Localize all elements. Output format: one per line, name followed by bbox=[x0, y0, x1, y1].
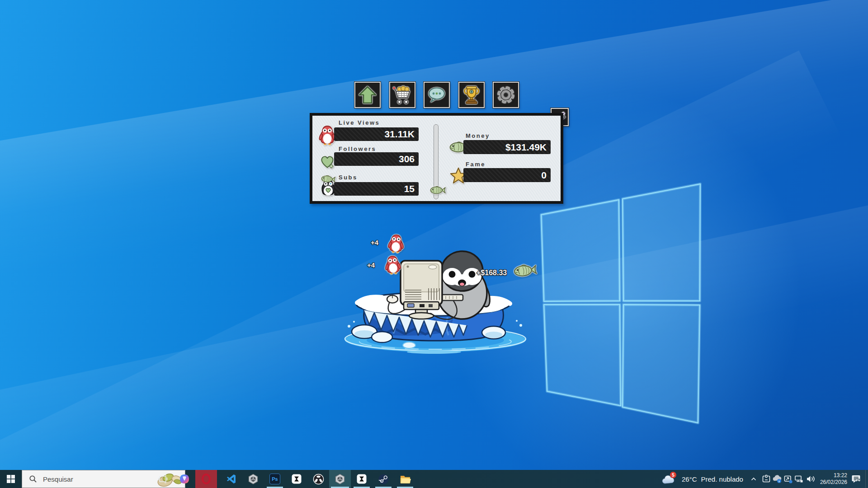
views-gain-text: +4 bbox=[371, 239, 378, 246]
gear-icon bbox=[496, 85, 516, 105]
stats-panel: Live Views 31.11K Followers 306 Subs 15 … bbox=[310, 113, 563, 204]
opera-gx-icon bbox=[201, 473, 212, 485]
copilot-button[interactable] bbox=[174, 470, 195, 488]
unity-icon bbox=[248, 474, 259, 484]
unity-button[interactable] bbox=[242, 470, 264, 488]
obs-studio-icon bbox=[313, 474, 324, 485]
green-heart-icon bbox=[319, 154, 335, 170]
weather-temperature: 26°C bbox=[682, 475, 697, 483]
photoshop-button[interactable]: Ps bbox=[264, 470, 286, 488]
subs-value: 15 bbox=[334, 182, 419, 196]
floating-penguin-sticker bbox=[384, 255, 402, 275]
live-views-label: Live Views bbox=[339, 119, 380, 126]
trophy-icon bbox=[462, 84, 481, 105]
obs-studio-button[interactable] bbox=[307, 470, 329, 488]
views-gain-text: +4 bbox=[367, 261, 375, 269]
achievements-button[interactable] bbox=[458, 82, 485, 108]
game-bar-tray-button[interactable] bbox=[760, 470, 772, 488]
clock-date: 26/02/2026 bbox=[820, 479, 847, 486]
chat-button[interactable] bbox=[424, 82, 450, 108]
capcut-window-button[interactable] bbox=[351, 470, 373, 488]
unity-icon bbox=[335, 474, 345, 484]
followers-value: 306 bbox=[334, 152, 419, 166]
live-views-value: 31.11K bbox=[334, 127, 419, 141]
penguin-scene[interactable] bbox=[330, 224, 547, 364]
search-icon bbox=[28, 474, 38, 483]
speech-bubble-icon bbox=[426, 86, 447, 104]
fame-value: 0 bbox=[463, 168, 551, 182]
weather-widget[interactable]: 5 26°C Pred. nublado bbox=[658, 470, 749, 488]
vscode-button[interactable] bbox=[221, 470, 242, 488]
money-gain-text: +$168.33 bbox=[476, 269, 507, 277]
file-explorer-icon bbox=[400, 474, 411, 484]
settings-button[interactable] bbox=[493, 82, 519, 108]
steam-button[interactable] bbox=[373, 470, 394, 488]
taskbar: Ps bbox=[0, 470, 868, 488]
file-explorer-button[interactable] bbox=[394, 470, 416, 488]
up-arrow-icon bbox=[358, 85, 377, 105]
copilot-icon bbox=[179, 474, 190, 484]
chevron-up-icon bbox=[750, 475, 757, 483]
shopping-cart-icon bbox=[392, 85, 412, 105]
desktop: Live Views 31.11K Followers 306 Subs 15 … bbox=[0, 0, 868, 488]
action-center-button[interactable] bbox=[848, 470, 864, 488]
money-label: Money bbox=[466, 132, 490, 139]
money-value: $131.49K bbox=[463, 140, 551, 154]
capcut-icon bbox=[291, 474, 302, 484]
show-desktop-button[interactable] bbox=[865, 470, 868, 488]
floating-fish-sticker bbox=[514, 263, 537, 277]
capcut-button[interactable] bbox=[286, 470, 307, 488]
game-bar-icon bbox=[761, 474, 771, 484]
fame-label: Fame bbox=[466, 161, 486, 168]
shop-button[interactable] bbox=[389, 82, 415, 108]
upgrade-button[interactable] bbox=[354, 82, 381, 108]
onedrive-cloud-icon bbox=[772, 474, 783, 484]
slider-fish-handle[interactable] bbox=[429, 185, 446, 196]
task-view-icon bbox=[158, 474, 168, 484]
search-input[interactable] bbox=[42, 475, 143, 483]
floating-penguin-sticker bbox=[387, 235, 405, 253]
vscode-icon bbox=[226, 474, 237, 484]
taskbar-clock[interactable]: 13:22 26/02/2026 bbox=[815, 470, 847, 488]
mouse bbox=[387, 296, 398, 303]
start-button[interactable] bbox=[0, 470, 22, 488]
clock-time: 13:22 bbox=[834, 472, 847, 479]
unity-active-button[interactable] bbox=[329, 470, 351, 488]
connect-display-tray-button[interactable] bbox=[782, 470, 794, 488]
notification-icon bbox=[851, 474, 862, 484]
red-penguin-icon bbox=[318, 125, 336, 145]
hidden-icons-button[interactable] bbox=[748, 470, 760, 488]
task-view-button[interactable] bbox=[152, 470, 174, 488]
photoshop-icon: Ps bbox=[269, 474, 280, 484]
speaker-volume-icon bbox=[805, 474, 815, 484]
subs-label: Subs bbox=[339, 174, 358, 181]
followers-label: Followers bbox=[339, 145, 376, 152]
capcut-icon bbox=[356, 474, 367, 484]
connect-display-icon bbox=[783, 474, 793, 484]
weather-alert-badge: 5 bbox=[670, 472, 676, 478]
ethernet-network-icon bbox=[794, 474, 804, 484]
onedrive-tray-button[interactable] bbox=[771, 470, 783, 488]
opera-gx-button[interactable] bbox=[195, 470, 217, 488]
weather-cloud-icon: 5 bbox=[661, 472, 678, 486]
steam-icon bbox=[378, 474, 389, 485]
weather-condition: Pred. nublado bbox=[701, 475, 743, 483]
network-tray-button[interactable] bbox=[793, 470, 805, 488]
windows-start-icon bbox=[7, 475, 15, 483]
